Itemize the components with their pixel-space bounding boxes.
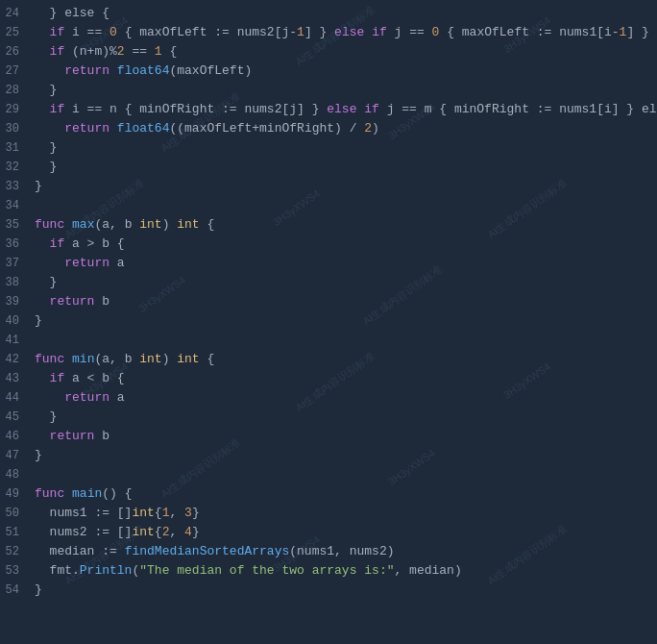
token: return [64,390,110,405]
code-line: 40} [0,311,657,331]
token: { [200,217,215,232]
code-line: 50 nums1 := []int{1, 3} [0,504,657,523]
line-content: return float64((maxOfLeft+minOfRight) / … [31,119,657,138]
code-line: 38 } [0,273,657,292]
token: } [35,448,42,462]
token: if [364,102,379,116]
token: a [110,390,125,405]
code-line: 36 if a > b { [0,235,657,254]
token [110,63,117,78]
line-content: if i == n { minOfRight := nums2[j] } els… [31,100,657,119]
token: , [169,506,184,520]
token: nums1 := [] [35,506,132,520]
line-content: } [31,177,657,196]
token: { [200,352,215,366]
line-content: } [31,408,657,427]
line-content: nums1 := []int{1, 3} [31,504,657,523]
token: } [35,83,57,97]
token: } else { [35,6,110,20]
token: i == n { minOfRight := nums2[j] } [64,102,327,116]
token [110,121,117,136]
line-number: 26 [0,42,31,62]
token: } [35,160,57,174]
token: } [35,313,42,328]
code-line: 25 if i == 0 { maxOfLeft := nums2[j-1] }… [0,23,657,42]
token: float64 [117,121,170,136]
token: ) [162,217,178,232]
token [35,121,64,136]
token: i == [64,25,110,39]
code-line: 48 [0,465,657,484]
line-content: } [31,81,657,100]
line-content: return float64(maxOfLeft) [31,62,657,81]
code-line: 29 if i == n { minOfRight := nums2[j] } … [0,100,657,119]
code-line: 24 } else { [0,4,657,23]
line-number: 47 [0,446,31,465]
token [35,256,64,270]
line-number: 29 [0,100,31,119]
token: == [125,44,155,59]
line-number: 24 [0,4,31,23]
token: 4 [184,525,192,539]
line-content: return b [31,292,657,311]
token: } [35,275,57,289]
line-content: if a > b { [31,235,657,254]
token: if [50,102,65,116]
token: if [50,371,65,385]
token: if [372,25,387,39]
line-number: 30 [0,119,31,138]
line-number: 27 [0,62,31,81]
code-line: 27 return float64(maxOfLeft) [0,62,657,81]
line-number: 53 [0,561,31,581]
line-content: return b [31,427,657,446]
line-number: 43 [0,369,31,388]
line-number: 34 [0,196,31,215]
line-number: 40 [0,311,31,331]
token [364,25,372,39]
token [35,102,50,116]
code-line: 32 } [0,158,657,177]
token: int [139,352,161,366]
line-number: 52 [0,542,31,561]
line-content: } [31,273,657,292]
token: } [35,179,42,193]
token: if [50,44,65,59]
line-number: 38 [0,273,31,292]
token: median := [35,544,125,558]
token: int [139,217,161,232]
line-number: 46 [0,427,31,446]
token: j == [387,25,432,39]
token: 1 [155,44,162,59]
token: return [64,121,110,136]
token: func [35,486,64,501]
token [64,352,72,366]
code-line: 28 } [0,81,657,100]
line-content: } else { [31,4,657,23]
token: { [155,506,162,520]
token: (n+m)% [64,44,117,59]
line-content: func min(a, b int) int { [31,350,657,369]
token: } [192,525,200,539]
token: { maxOfLeft := nums1[i- [439,25,619,39]
line-number: 33 [0,177,31,196]
token: j == m { minOfRight := nums1[i] } else [379,102,657,116]
token: return [50,294,95,309]
token [35,44,50,59]
token: } [192,506,200,520]
token: (maxOfLeft) [169,63,252,78]
token: a > b { [64,236,124,251]
token [35,371,50,385]
token: (a, b [94,352,139,366]
token: main [72,486,102,501]
line-number: 48 [0,465,31,484]
token: return [50,429,95,443]
code-line: 37 return a [0,254,657,273]
code-line: 45 } [0,408,657,427]
line-content: median := findMedianSortedArrays(nums1, … [31,542,657,561]
line-content: fmt.Println("The median of the two array… [31,561,657,581]
token: } [35,140,57,155]
line-number: 44 [0,388,31,408]
token: { maxOfLeft := nums2[j- [117,25,297,39]
line-number: 50 [0,504,31,523]
line-number: 32 [0,158,31,177]
